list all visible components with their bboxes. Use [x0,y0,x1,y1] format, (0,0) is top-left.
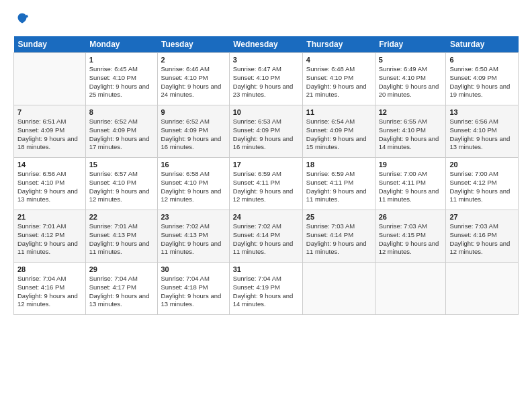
day-number: 28 [17,265,82,273]
day-number: 31 [233,265,299,273]
header [13,12,519,30]
day-info: Sunrise: 6:59 AMSunset: 4:11 PMDaylight:… [233,170,299,204]
day-info: Sunrise: 6:54 AMSunset: 4:09 PMDaylight:… [306,118,371,152]
day-info: Sunrise: 7:02 AMSunset: 4:14 PMDaylight:… [233,222,299,257]
day-number: 26 [379,213,443,221]
day-number: 8 [89,108,154,116]
calendar-cell: 11Sunrise: 6:54 AMSunset: 4:09 PMDayligh… [302,105,375,158]
calendar-cell: 23Sunrise: 7:02 AMSunset: 4:13 PMDayligh… [157,210,229,263]
day-number: 15 [89,161,154,169]
week-row-2: 14Sunrise: 6:56 AMSunset: 4:10 PMDayligh… [14,158,519,210]
day-number: 7 [17,108,82,116]
day-number: 10 [233,108,299,116]
calendar-cell: 4Sunrise: 6:48 AMSunset: 4:10 PMDaylight… [302,53,375,105]
calendar-cell [446,263,519,315]
calendar-cell: 1Sunrise: 6:45 AMSunset: 4:10 PMDaylight… [85,53,157,105]
day-header-saturday: Saturday [446,36,519,53]
calendar-cell: 18Sunrise: 6:59 AMSunset: 4:11 PMDayligh… [302,158,375,210]
calendar-cell [14,53,86,105]
logo-icon [15,12,30,27]
calendar-cell: 21Sunrise: 7:01 AMSunset: 4:12 PMDayligh… [14,210,86,263]
day-number: 4 [306,56,371,64]
day-number: 3 [233,56,299,64]
day-info: Sunrise: 7:01 AMSunset: 4:13 PMDaylight:… [89,222,154,257]
day-info: Sunrise: 7:03 AMSunset: 4:16 PMDaylight:… [449,222,515,257]
calendar-cell: 13Sunrise: 6:56 AMSunset: 4:10 PMDayligh… [446,105,519,158]
day-header-sunday: Sunday [14,36,86,53]
calendar-header-row: SundayMondayTuesdayWednesdayThursdayFrid… [14,36,519,53]
calendar-cell: 20Sunrise: 7:00 AMSunset: 4:12 PMDayligh… [446,158,519,210]
day-info: Sunrise: 6:52 AMSunset: 4:09 PMDaylight:… [89,118,154,152]
day-header-tuesday: Tuesday [157,36,229,53]
day-number: 25 [306,213,371,221]
week-row-1: 7Sunrise: 6:51 AMSunset: 4:09 PMDaylight… [14,105,519,158]
calendar-cell: 26Sunrise: 7:03 AMSunset: 4:15 PMDayligh… [375,210,446,263]
calendar-cell: 19Sunrise: 7:00 AMSunset: 4:11 PMDayligh… [375,158,446,210]
calendar-cell: 3Sunrise: 6:47 AMSunset: 4:10 PMDaylight… [229,53,302,105]
calendar-cell: 30Sunrise: 7:04 AMSunset: 4:18 PMDayligh… [157,263,229,315]
day-number: 29 [89,265,154,273]
calendar-cell [375,263,446,315]
calendar-cell: 10Sunrise: 6:53 AMSunset: 4:09 PMDayligh… [229,105,302,158]
day-number: 16 [161,161,226,169]
day-info: Sunrise: 6:58 AMSunset: 4:10 PMDaylight:… [161,170,226,204]
day-number: 5 [379,56,443,64]
day-number: 2 [161,56,226,64]
day-number: 13 [449,108,515,116]
day-number: 17 [233,161,299,169]
day-info: Sunrise: 6:50 AMSunset: 4:09 PMDaylight:… [449,65,515,99]
logo [13,12,30,30]
day-info: Sunrise: 6:51 AMSunset: 4:09 PMDaylight:… [17,118,82,152]
day-info: Sunrise: 6:55 AMSunset: 4:10 PMDaylight:… [379,118,443,152]
day-info: Sunrise: 6:45 AMSunset: 4:10 PMDaylight:… [89,65,154,99]
day-info: Sunrise: 6:56 AMSunset: 4:10 PMDaylight:… [449,118,515,152]
calendar-cell: 2Sunrise: 6:46 AMSunset: 4:10 PMDaylight… [157,53,229,105]
day-info: Sunrise: 6:46 AMSunset: 4:10 PMDaylight:… [161,65,226,99]
day-info: Sunrise: 7:00 AMSunset: 4:12 PMDaylight:… [449,170,515,204]
calendar-cell: 8Sunrise: 6:52 AMSunset: 4:09 PMDaylight… [85,105,157,158]
day-info: Sunrise: 7:00 AMSunset: 4:11 PMDaylight:… [379,170,443,204]
day-info: Sunrise: 7:04 AMSunset: 4:18 PMDaylight:… [161,275,226,309]
day-header-monday: Monday [85,36,157,53]
calendar-cell: 15Sunrise: 6:57 AMSunset: 4:10 PMDayligh… [85,158,157,210]
calendar-cell: 29Sunrise: 7:04 AMSunset: 4:17 PMDayligh… [85,263,157,315]
day-info: Sunrise: 6:47 AMSunset: 4:10 PMDaylight:… [233,65,299,99]
day-header-wednesday: Wednesday [229,36,302,53]
day-info: Sunrise: 7:04 AMSunset: 4:19 PMDaylight:… [233,275,299,309]
day-info: Sunrise: 7:04 AMSunset: 4:17 PMDaylight:… [89,275,154,309]
day-number: 24 [233,213,299,221]
calendar-cell: 24Sunrise: 7:02 AMSunset: 4:14 PMDayligh… [229,210,302,263]
day-number: 23 [161,213,226,221]
day-info: Sunrise: 6:53 AMSunset: 4:09 PMDaylight:… [233,118,299,152]
day-info: Sunrise: 6:56 AMSunset: 4:10 PMDaylight:… [17,170,82,204]
day-number: 6 [449,56,515,64]
calendar-cell: 27Sunrise: 7:03 AMSunset: 4:16 PMDayligh… [446,210,519,263]
calendar-cell: 25Sunrise: 7:03 AMSunset: 4:14 PMDayligh… [302,210,375,263]
calendar-cell: 28Sunrise: 7:04 AMSunset: 4:16 PMDayligh… [14,263,86,315]
day-number: 22 [89,213,154,221]
calendar-cell: 5Sunrise: 6:49 AMSunset: 4:10 PMDaylight… [375,53,446,105]
day-number: 27 [449,213,515,221]
calendar-cell: 12Sunrise: 6:55 AMSunset: 4:10 PMDayligh… [375,105,446,158]
day-info: Sunrise: 6:59 AMSunset: 4:11 PMDaylight:… [306,170,371,204]
day-number: 11 [306,108,371,116]
calendar-cell: 22Sunrise: 7:01 AMSunset: 4:13 PMDayligh… [85,210,157,263]
calendar-cell: 6Sunrise: 6:50 AMSunset: 4:09 PMDaylight… [446,53,519,105]
day-info: Sunrise: 6:57 AMSunset: 4:10 PMDaylight:… [89,170,154,204]
calendar-table: SundayMondayTuesdayWednesdayThursdayFrid… [13,36,519,315]
week-row-3: 21Sunrise: 7:01 AMSunset: 4:12 PMDayligh… [14,210,519,263]
day-header-friday: Friday [375,36,446,53]
day-info: Sunrise: 7:03 AMSunset: 4:15 PMDaylight:… [379,222,443,257]
calendar-cell: 31Sunrise: 7:04 AMSunset: 4:19 PMDayligh… [229,263,302,315]
day-number: 20 [449,161,515,169]
calendar-cell: 7Sunrise: 6:51 AMSunset: 4:09 PMDaylight… [14,105,86,158]
day-number: 1 [89,56,154,64]
calendar-container: SundayMondayTuesdayWednesdayThursdayFrid… [0,0,532,411]
calendar-cell [302,263,375,315]
day-number: 12 [379,108,443,116]
day-header-thursday: Thursday [302,36,375,53]
calendar-cell: 17Sunrise: 6:59 AMSunset: 4:11 PMDayligh… [229,158,302,210]
day-info: Sunrise: 6:48 AMSunset: 4:10 PMDaylight:… [306,65,371,99]
day-number: 9 [161,108,226,116]
calendar-cell: 14Sunrise: 6:56 AMSunset: 4:10 PMDayligh… [14,158,86,210]
